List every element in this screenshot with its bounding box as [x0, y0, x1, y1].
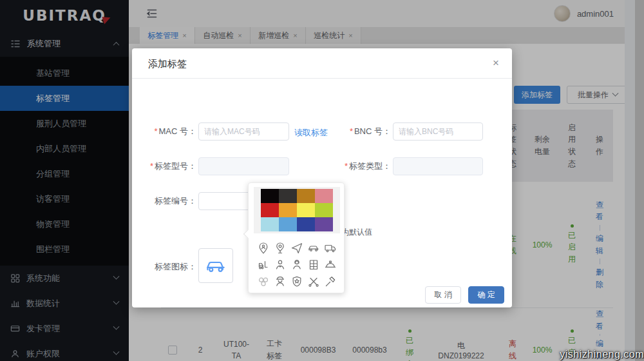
default-value-hint: 为默认值 — [341, 227, 372, 238]
dialog-header: 添加标签 × — [132, 48, 512, 79]
color-swatch[interactable] — [279, 217, 297, 231]
color-panel — [254, 187, 340, 233]
read-tag-link[interactable]: 读取标签 — [294, 127, 328, 139]
officer-icon[interactable] — [272, 273, 289, 290]
truck-icon[interactable] — [322, 240, 339, 257]
color-swatch[interactable] — [297, 189, 315, 203]
mac-input[interactable] — [198, 122, 289, 141]
color-swatch[interactable] — [315, 217, 333, 231]
bnc-input[interactable] — [393, 122, 483, 141]
location-pin-icon[interactable] — [272, 240, 289, 257]
tag-icon-label: 标签图标： — [141, 258, 196, 276]
mac-label: *MAC 号： — [141, 122, 196, 141]
forklift-icon[interactable] — [255, 257, 272, 273]
car-icon — [204, 254, 227, 277]
confirm-button[interactable]: 确 定 — [468, 286, 504, 304]
color-swatch[interactable] — [315, 189, 333, 203]
badge-icon[interactable] — [289, 273, 305, 290]
helmet-icon[interactable] — [322, 257, 339, 273]
car-outline-icon[interactable] — [305, 240, 322, 257]
app-screen: UBITRAQ 系统管理 基站管理 标签管理 服刑人员管理 内部人员管理 分组管… — [0, 0, 644, 361]
tag-type-label: *标签类型： — [336, 157, 391, 175]
bnc-label: *BNC 号： — [336, 122, 391, 141]
color-swatch[interactable] — [279, 203, 297, 217]
man-icon[interactable] — [272, 257, 289, 273]
color-swatch[interactable] — [261, 217, 279, 231]
wheels-icon[interactable] — [255, 273, 272, 290]
color-swatch[interactable] — [315, 203, 333, 217]
person-pin-icon[interactable] — [255, 240, 272, 257]
navigation-icon[interactable] — [289, 240, 305, 257]
color-swatch-grid — [261, 189, 333, 231]
dialog-title: 添加标签 — [148, 48, 187, 79]
icon-grid — [255, 240, 339, 290]
color-swatch[interactable] — [279, 189, 297, 203]
cabinet-icon[interactable] — [305, 257, 322, 273]
tag-code-label: 标签编号： — [141, 192, 196, 210]
color-swatch[interactable] — [261, 189, 279, 203]
tag-model-input[interactable] — [198, 157, 289, 175]
color-swatch[interactable] — [297, 203, 315, 217]
watermark: yishizhineng.com — [560, 349, 644, 360]
scissors-icon[interactable] — [305, 273, 322, 290]
close-icon[interactable]: × — [493, 57, 499, 70]
hammer-icon[interactable] — [322, 273, 339, 290]
tag-model-label: *标签型号： — [141, 157, 196, 175]
color-swatch[interactable] — [297, 217, 315, 231]
tag-type-input[interactable] — [393, 157, 483, 175]
icon-color-picker-popup — [248, 182, 345, 293]
woman-icon[interactable] — [289, 257, 305, 273]
color-swatch[interactable] — [261, 203, 279, 217]
cancel-button[interactable]: 取 消 — [425, 286, 461, 304]
